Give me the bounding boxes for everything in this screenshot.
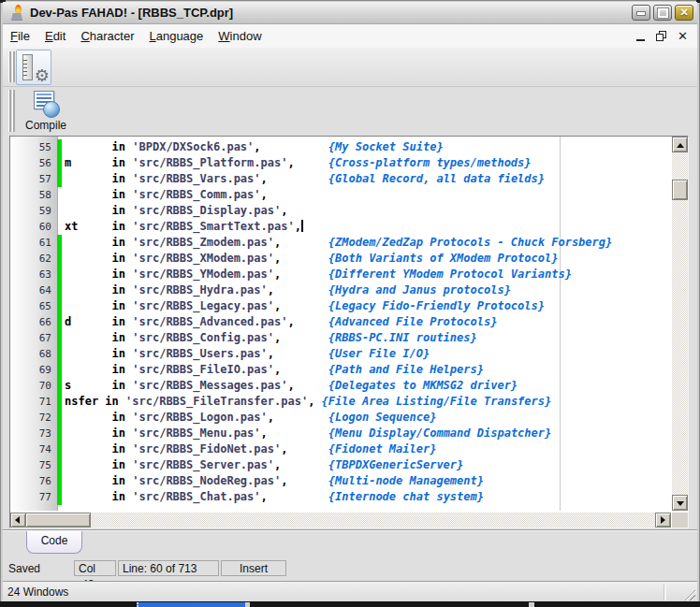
mdi-close-icon[interactable]: ✕	[678, 31, 688, 41]
compile-icon	[30, 91, 62, 118]
modified-bar	[57, 441, 62, 457]
code-line[interactable]: 77 in 'src/RBBS_Chat.pas', {Internode ch…	[10, 489, 672, 505]
code-line[interactable]: 60xt in 'src/RBBS_SmartText.pas',	[10, 219, 672, 235]
menu-bar: FileEditCharacterLanguageWindow ✕	[3, 24, 697, 48]
menu-items: FileEditCharacterLanguageWindow	[3, 26, 270, 46]
code-line[interactable]: 59 in 'src/RBBS_Display.pas',	[10, 203, 672, 219]
tab-code[interactable]: Code	[26, 531, 82, 554]
vertical-scrollbar[interactable]	[672, 137, 688, 511]
code-text: in 'src/RBBS_FileIO.pas', {Path and File…	[65, 362, 484, 378]
minimize-button[interactable]	[632, 5, 650, 21]
close-button[interactable]: ✕	[675, 5, 693, 21]
modified-bar	[57, 171, 62, 187]
code-line[interactable]: 74 in 'src/RBBS_FidoNet.pas', {Fidonet M…	[10, 441, 672, 457]
line-number: 74	[10, 441, 56, 457]
code-text: in 'src/RBBS_Logon.pas', {Logon Sequence…	[65, 410, 436, 426]
modified-bar	[57, 473, 62, 489]
code-text: in 'src/RBBS_Hydra.pas', {Hydra and Janu…	[65, 282, 511, 298]
code-text: in 'src/RBBS_Zmodem.pas', {ZModem/ZedZap…	[65, 235, 612, 251]
editor-status-bar: Saved Col :49 Line: 60 of 713 Insert	[3, 559, 697, 580]
line-number: 70	[10, 378, 56, 394]
line-indicator: Line: 60 of 713	[118, 560, 219, 576]
toolbar-options: ⚙	[3, 48, 697, 87]
code-line[interactable]: 71nsfer in 'src/RBBS_FileTransfer.pas', …	[10, 394, 672, 410]
code-line[interactable]: 68 in 'src/RBBS_Users.pas', {User File I…	[10, 346, 672, 362]
line-number: 77	[10, 489, 56, 505]
menu-item-window[interactable]: Window	[211, 26, 269, 46]
resize-grip[interactable]	[683, 588, 695, 600]
menu-item-file[interactable]: File	[3, 26, 37, 46]
maximize-icon	[658, 8, 668, 18]
menu-item-edit[interactable]: Edit	[37, 26, 73, 46]
code-lines[interactable]: 55 in 'BPDX/DXSock6.pas', {My Socket Sui…	[10, 137, 672, 511]
code-line[interactable]: 57 in 'src/RBBS_Vars.pas', {Global Recor…	[10, 171, 672, 187]
code-line[interactable]: 64 in 'src/RBBS_Hydra.pas', {Hydra and J…	[10, 282, 672, 298]
line-number: 56	[10, 155, 56, 171]
line-number: 63	[10, 267, 56, 282]
code-text: in 'src/RBBS_Config.pas', {RBBS-PC.INI r…	[65, 330, 477, 346]
mdi-minimize-icon[interactable]	[636, 39, 645, 41]
mdi-restore-icon[interactable]	[656, 31, 666, 41]
status-separator	[664, 584, 666, 600]
minimize-icon	[636, 11, 646, 16]
code-editor[interactable]: 55 in 'BPDX/DXSock6.pas', {My Socket Sui…	[9, 136, 689, 528]
menu-item-character[interactable]: Character	[73, 26, 141, 46]
insert-mode-indicator: Insert	[221, 560, 286, 576]
scroll-left-button[interactable]	[10, 513, 26, 528]
code-line[interactable]: 72 in 'src/RBBS_Logon.pas', {Logon Seque…	[10, 410, 672, 426]
code-line[interactable]: 55 in 'BPDX/DXSock6.pas', {My Socket Sui…	[10, 139, 672, 155]
scroll-down-button[interactable]	[672, 495, 688, 511]
compile-button[interactable]: Compile	[16, 90, 76, 132]
code-line[interactable]: 66d in 'src/RBBS_Advanced.pas', {Advance…	[10, 314, 672, 330]
line-number: 61	[10, 235, 56, 251]
code-text: in 'src/RBBS_Vars.pas', {Global Record, …	[65, 171, 545, 187]
app-status-bar: 24 Windows	[3, 581, 697, 602]
modified-bar	[57, 203, 62, 219]
menu-item-language[interactable]: Language	[141, 26, 211, 46]
code-text: in 'src/RBBS_XModem.pas', {Both Variants…	[65, 251, 558, 267]
code-text: m in 'src/RBBS_Platform.pas', {Cross-pla…	[65, 155, 532, 171]
code-line[interactable]: 76 in 'src/RBBS_NodeReg.pas', {Multi-nod…	[10, 473, 672, 489]
horizontal-scroll-thumb[interactable]	[25, 513, 91, 528]
saved-status: Saved	[8, 562, 40, 575]
code-line[interactable]: 67 in 'src/RBBS_Config.pas', {RBBS-PC.IN…	[10, 330, 672, 346]
maximize-button[interactable]	[653, 5, 672, 21]
code-line[interactable]: 70s in 'src/RBBS_Messages.pas', {Delegat…	[10, 378, 672, 394]
options-button[interactable]: ⚙	[16, 50, 51, 85]
modified-bar	[57, 378, 62, 394]
code-line[interactable]: 69 in 'src/RBBS_FileIO.pas', {Path and F…	[10, 362, 672, 378]
scroll-right-button[interactable]	[655, 513, 671, 528]
code-line[interactable]: 75 in 'src/RBBS_Server.pas', {TBPDXGener…	[10, 457, 672, 473]
toolbar-gripper[interactable]	[8, 51, 15, 82]
taskbar-fragment	[245, 602, 250, 607]
code-line[interactable]: 62 in 'src/RBBS_XModem.pas', {Both Varia…	[10, 251, 672, 267]
horizontal-scrollbar[interactable]	[10, 513, 671, 528]
app-window: Dev-Pas FAHAD! - [RBBS_TCP.dpr] ✕ FileEd…	[0, 0, 700, 607]
code-text: in 'src/RBBS_YModem.pas', {Different YMo…	[65, 267, 572, 282]
code-line[interactable]: 73 in 'src/RBBS_Menu.pas', {Menu Display…	[10, 426, 672, 441]
code-text: xt in 'src/RBBS_SmartText.pas',	[65, 219, 303, 235]
code-text: in 'src/RBBS_Server.pas', {TBPDXGenericS…	[65, 457, 463, 473]
scroll-up-button[interactable]	[672, 137, 688, 152]
code-text: in 'src/RBBS_Menu.pas', {Menu Display/Co…	[65, 426, 551, 441]
code-line[interactable]: 63 in 'src/RBBS_YModem.pas', {Different …	[10, 267, 672, 282]
code-text: d in 'src/RBBS_Advanced.pas', {Advanced …	[65, 314, 497, 330]
taskbar-item[interactable]	[137, 602, 245, 607]
close-icon: ✕	[676, 6, 693, 20]
code-line[interactable]: 65 in 'src/RBBS_Legacy.pas', {Legacy Fid…	[10, 298, 672, 314]
title-bar[interactable]: Dev-Pas FAHAD! - [RBBS_TCP.dpr] ✕	[3, 2, 697, 24]
modified-bar	[57, 267, 62, 282]
modified-bar	[57, 139, 62, 155]
vertical-scroll-thumb[interactable]	[672, 180, 688, 200]
code-line[interactable]: 56m in 'src/RBBS_Platform.pas', {Cross-p…	[10, 155, 672, 171]
line-number: 75	[10, 457, 56, 473]
text-caret	[301, 220, 303, 232]
code-line[interactable]: 58 in 'src/RBBS_Comm.pas',	[10, 187, 672, 203]
compile-label: Compile	[25, 119, 66, 132]
line-number: 58	[10, 187, 56, 203]
line-number: 68	[10, 346, 56, 362]
line-number: 76	[10, 473, 56, 489]
code-text: in 'src/RBBS_FidoNet.pas', {Fidonet Mail…	[65, 441, 436, 457]
code-line[interactable]: 61 in 'src/RBBS_Zmodem.pas', {ZModem/Zed…	[10, 235, 672, 251]
toolbar-gripper[interactable]	[8, 90, 15, 132]
